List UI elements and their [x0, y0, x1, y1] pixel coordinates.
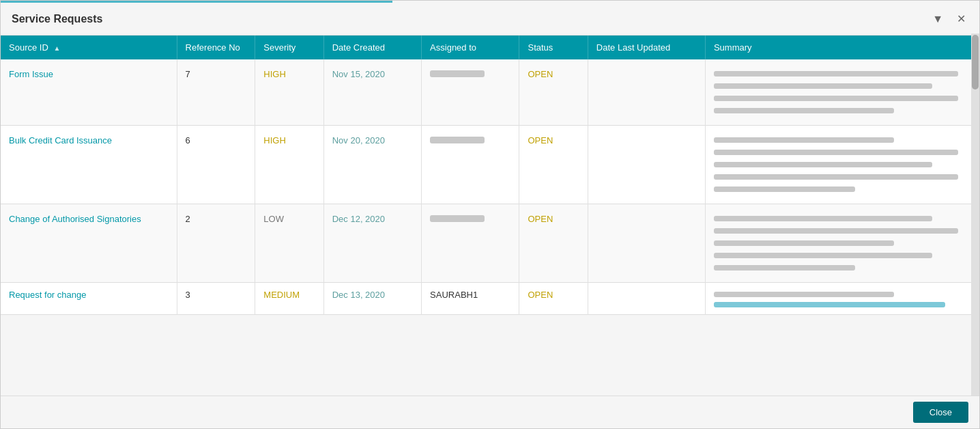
summary-bar: [714, 240, 894, 246]
cell-reference-no: 7: [177, 59, 255, 126]
close-icon: ✕: [957, 13, 966, 25]
cell-summary: [705, 126, 979, 204]
cell-date-created: Dec 12, 2020: [323, 204, 421, 283]
service-requests-table: Source ID ▲ Reference No Severity Date C…: [1, 36, 979, 315]
col-header-source-id[interactable]: Source ID ▲: [1, 36, 177, 59]
cell-source-id[interactable]: Form Issue: [1, 59, 177, 126]
table-row[interactable]: Bulk Credit Card Issuance 6 HIGH Nov 20,…: [1, 126, 979, 204]
filter-button[interactable]: ▼: [929, 12, 946, 26]
modal-header: Service Requests ▼ ✕: [1, 3, 979, 36]
summary-bar: [714, 108, 894, 113]
cell-assigned-to: [422, 59, 519, 126]
cell-summary: [705, 204, 979, 283]
summary-bar: [714, 174, 958, 180]
col-header-date-created[interactable]: Date Created: [323, 36, 421, 59]
header-icons: ▼ ✕: [929, 12, 968, 26]
cell-severity: HIGH: [255, 126, 323, 204]
cell-status: OPEN: [519, 126, 588, 204]
col-header-severity[interactable]: Severity: [255, 36, 323, 59]
summary-bar: [714, 150, 958, 155]
summary-lines: [714, 135, 971, 194]
close-modal-button[interactable]: ✕: [954, 12, 968, 26]
summary-bar: [714, 96, 958, 101]
cell-date-last-updated: [588, 59, 705, 126]
cell-date-created: Nov 15, 2020: [323, 59, 421, 126]
col-header-summary[interactable]: Summary: [705, 36, 979, 59]
service-requests-modal: Service Requests ▼ ✕ Source ID ▲: [0, 0, 980, 429]
cell-reference-no: 2: [177, 204, 255, 283]
summary-bar-blue: [714, 302, 945, 307]
cell-status: OPEN: [519, 59, 588, 126]
summary-bar: [714, 292, 894, 297]
cell-summary: [705, 59, 979, 126]
assigned-placeholder: [430, 70, 485, 77]
scrollbar-thumb[interactable]: [972, 35, 979, 89]
cell-severity: LOW: [255, 204, 323, 283]
cell-assigned-to: [422, 204, 519, 283]
col-header-status[interactable]: Status: [519, 36, 588, 59]
sort-icon-source-id: ▲: [53, 44, 60, 52]
modal-title: Service Requests: [12, 13, 102, 25]
cell-date-created: Nov 20, 2020: [323, 126, 421, 204]
cell-source-id[interactable]: Change of Authorised Signatories: [1, 204, 177, 283]
col-header-date-last-updated[interactable]: Date Last Updated: [588, 36, 705, 59]
summary-bar: [714, 137, 894, 143]
assigned-placeholder: [430, 137, 485, 143]
cell-status: OPEN: [519, 204, 588, 283]
table-row[interactable]: Change of Authorised Signatories 2 LOW D…: [1, 204, 979, 283]
summary-bar: [714, 216, 933, 221]
table-wrapper[interactable]: Source ID ▲ Reference No Severity Date C…: [1, 36, 979, 396]
cell-assigned-to: SAURABH1: [422, 283, 519, 315]
summary-lines: [714, 69, 971, 115]
summary-bar: [714, 253, 933, 258]
assigned-placeholder: [430, 215, 485, 222]
cell-date-last-updated: [588, 283, 705, 315]
summary-bar: [714, 71, 958, 77]
table-row[interactable]: Form Issue 7 HIGH Nov 15, 2020: [1, 59, 979, 126]
summary-bar: [714, 83, 933, 89]
table-header-row: Source ID ▲ Reference No Severity Date C…: [1, 36, 979, 59]
cell-severity: MEDIUM: [255, 283, 323, 315]
cell-status: OPEN: [519, 283, 588, 315]
cell-date-created: Dec 13, 2020: [323, 283, 421, 315]
cell-summary: [705, 283, 979, 315]
cell-source-id[interactable]: Bulk Credit Card Issuance: [1, 126, 177, 204]
cell-reference-no: 6: [177, 126, 255, 204]
col-header-reference-no[interactable]: Reference No: [177, 36, 255, 59]
summary-lines: [714, 290, 971, 307]
cell-assigned-to: [422, 126, 519, 204]
summary-bar: [714, 162, 933, 167]
cell-source-id[interactable]: Request for change: [1, 283, 177, 315]
cell-reference-no: 3: [177, 283, 255, 315]
summary-bar: [714, 186, 855, 192]
modal-footer: Close: [1, 396, 979, 428]
summary-bar: [714, 265, 855, 271]
col-header-assigned-to[interactable]: Assigned to: [422, 36, 519, 59]
scrollbar[interactable]: [971, 33, 979, 396]
modal-body: Source ID ▲ Reference No Severity Date C…: [1, 36, 979, 396]
summary-bar: [714, 228, 958, 234]
table-row[interactable]: Request for change 3 MEDIUM Dec 13, 2020: [1, 283, 979, 315]
cell-severity: HIGH: [255, 59, 323, 126]
close-button[interactable]: Close: [913, 402, 968, 423]
cell-date-last-updated: [588, 204, 705, 283]
filter-icon: ▼: [932, 13, 943, 25]
cell-date-last-updated: [588, 126, 705, 204]
summary-lines: [714, 214, 971, 273]
